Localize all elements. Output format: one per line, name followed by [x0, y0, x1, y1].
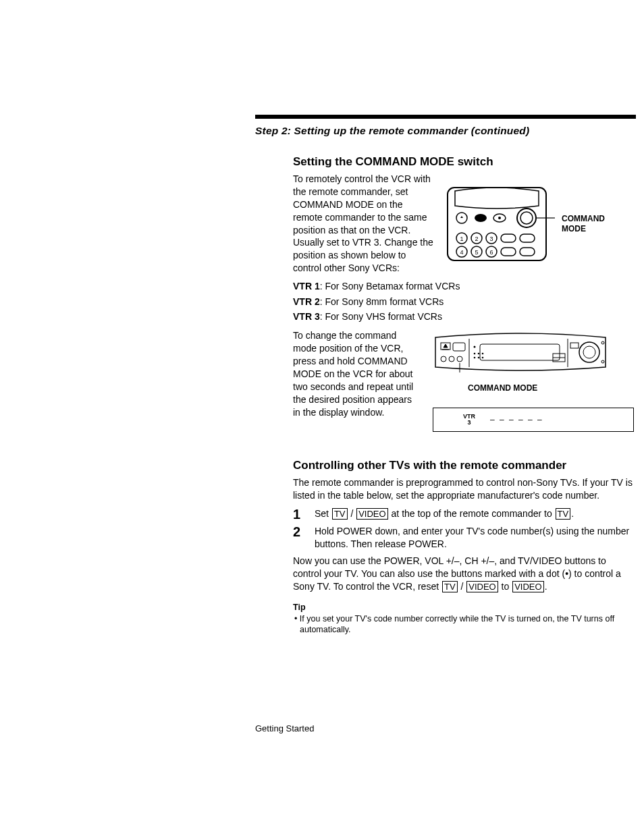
- svg-rect-31: [480, 344, 560, 360]
- step-1-number: 1: [293, 507, 304, 521]
- svg-point-6: [520, 212, 533, 224]
- svg-point-42: [579, 342, 599, 362]
- step-2-number: 2: [293, 525, 304, 551]
- svg-text:4: 4: [460, 249, 463, 256]
- svg-rect-39: [570, 343, 579, 348]
- step1-seg-a: Set: [315, 508, 331, 519]
- after-to: to: [499, 581, 512, 592]
- video-key: VIDEO: [356, 508, 387, 520]
- svg-point-45: [601, 360, 604, 363]
- vtr2-label: VTR 2: [293, 296, 320, 307]
- after-slash: /: [458, 581, 466, 592]
- section2-heading: Controlling other TVs with the remote co…: [293, 459, 634, 472]
- step-2: 2 Hold POWER down, and enter your TV's c…: [293, 525, 634, 551]
- svg-text:2: 2: [475, 235, 478, 242]
- after-video-key: VIDEO: [466, 581, 498, 592]
- svg-point-44: [601, 341, 604, 344]
- svg-point-30: [457, 356, 462, 362]
- vtr-list: VTR 1: For Sony Betamax format VCRs VTR …: [293, 279, 634, 324]
- svg-rect-14: [520, 234, 535, 242]
- section1-heading: Setting the COMMAND MODE switch: [293, 155, 634, 169]
- tip-heading: Tip: [293, 603, 634, 612]
- svg-rect-27: [453, 343, 465, 351]
- svg-text:6: 6: [489, 249, 493, 256]
- tv-key-2: TV: [556, 508, 571, 520]
- section2-after: Now you can use the POWER, VOL +/–, CH +…: [293, 555, 634, 593]
- tip-body: • If you set your TV's code number corre…: [293, 613, 634, 636]
- svg-point-34: [478, 353, 480, 355]
- step-2-text: Hold POWER down, and enter your TV's cod…: [315, 525, 634, 551]
- step-1: 1 Set TV / VIDEO at the top of the remot…: [293, 507, 634, 521]
- remote-label-line1: COMMAND: [562, 214, 605, 223]
- svg-rect-22: [520, 248, 535, 256]
- svg-rect-21: [501, 248, 516, 256]
- svg-point-4: [498, 217, 501, 219]
- step1-slash: /: [348, 508, 356, 519]
- vtr1-label: VTR 1: [293, 281, 320, 292]
- step1-seg-c: .: [571, 508, 574, 519]
- step1-seg-b: at the top of the remote commander to: [389, 508, 555, 519]
- vcr-display-window: VTR 3 – – – – – –: [433, 408, 634, 432]
- svg-point-2: [475, 214, 487, 222]
- display-vtr-bottom: 3: [463, 420, 475, 426]
- remote-label-line2: MODE: [562, 224, 605, 233]
- remote-diagram-icon: 1 2 3 4 5 6: [447, 187, 555, 261]
- svg-point-43: [583, 346, 595, 358]
- svg-text:1: 1: [460, 235, 463, 242]
- section2-intro: The remote commander is preprogrammed to…: [293, 476, 634, 502]
- svg-point-28: [441, 356, 446, 362]
- vcr-diagram-icon: [433, 329, 608, 377]
- vtr3-label: VTR 3: [293, 311, 320, 322]
- svg-point-37: [478, 357, 480, 359]
- vcr-figure: COMMAND MODE VTR 3 – – – – – –: [433, 329, 634, 432]
- svg-text:3: 3: [489, 235, 493, 242]
- after-tv-key: TV: [442, 581, 458, 592]
- remote-label: COMMAND MODE: [562, 214, 605, 233]
- svg-text:5: 5: [475, 249, 478, 256]
- vtr1-text: : For Sony Betamax format VCRs: [320, 281, 460, 292]
- svg-point-5: [517, 209, 536, 227]
- svg-point-32: [474, 346, 476, 348]
- vtr3-text: : For Sony VHS format VCRs: [320, 311, 442, 322]
- step-title: Step 2: Setting up the remote commander …: [255, 125, 529, 137]
- svg-rect-13: [501, 234, 516, 242]
- heading-rule: [255, 115, 636, 119]
- remote-commander-figure: 1 2 3 4 5 6: [447, 173, 605, 275]
- svg-point-29: [449, 356, 454, 362]
- display-vtr: VTR 3: [463, 414, 475, 426]
- vcr-caption: COMMAND MODE: [468, 383, 634, 393]
- svg-point-36: [474, 357, 476, 359]
- display-dashes: – – – – – –: [490, 415, 543, 424]
- svg-point-38: [482, 357, 484, 359]
- step-1-text: Set TV / VIDEO at the top of the remote …: [315, 507, 634, 521]
- vtr2-text: : For Sony 8mm format VCRs: [320, 296, 444, 307]
- after-seg-b: .: [545, 581, 547, 592]
- after-video-key-2: VIDEO: [512, 581, 543, 592]
- svg-point-33: [474, 353, 476, 355]
- tv-key: TV: [332, 508, 348, 520]
- footer-text: Getting Started: [255, 723, 314, 733]
- section1-paragraph2: To change the command mode position of t…: [293, 329, 415, 432]
- svg-point-35: [482, 353, 484, 355]
- section1-paragraph1: To remotely control the VCR with the rem…: [293, 173, 435, 275]
